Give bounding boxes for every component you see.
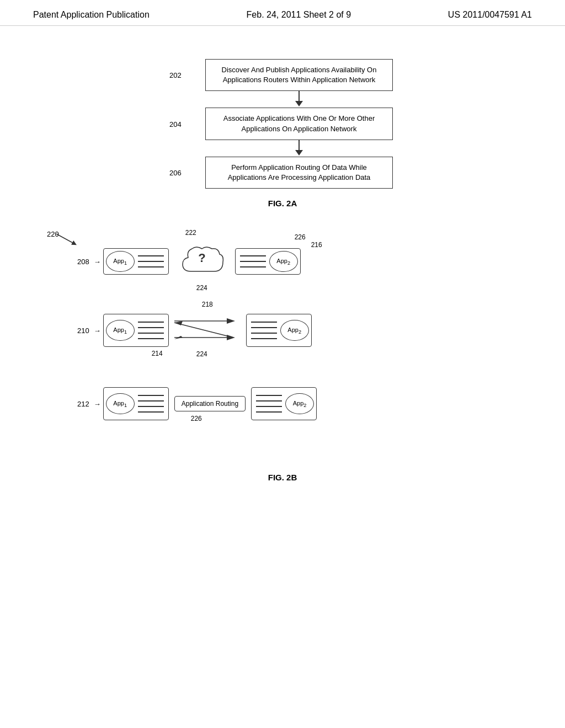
- label-216: 216: [311, 241, 322, 249]
- app1-block-212: App1: [103, 387, 169, 420]
- svg-text:?: ?: [198, 251, 205, 265]
- main-content: 202 Discover And Publish Applications Av…: [0, 26, 565, 504]
- app1-oval-208: App1: [106, 251, 135, 272]
- app2-oval-210: App2: [280, 320, 309, 341]
- flow-step-202: 202 Discover And Publish Applications Av…: [205, 59, 393, 91]
- step-box-206: Perform Application Routing Of Data Whil…: [205, 157, 393, 189]
- flowchart: 202 Discover And Publish Applications Av…: [205, 59, 393, 189]
- app1-block-210: App1 214: [103, 314, 169, 347]
- fig2a-section: 202 Discover And Publish Applications Av…: [44, 59, 521, 208]
- step-label-204: 204: [169, 120, 182, 128]
- header-left: Patent Application Publication: [33, 10, 150, 20]
- label-214: 214: [152, 350, 163, 357]
- header-right: US 2011/0047591 A1: [448, 10, 532, 20]
- routing-box: Application Routing: [174, 396, 246, 411]
- label-224-row2: 224: [196, 350, 207, 358]
- app1-block-208: App1: [103, 248, 169, 275]
- label-218: 218: [202, 301, 213, 308]
- flow-step-204: 204 Associate Applications With One Or M…: [205, 108, 393, 140]
- svg-marker-5: [227, 335, 235, 340]
- cloud-svg-208: ?: [180, 241, 224, 280]
- fig2b-caption: FIG. 2B: [44, 473, 521, 482]
- step-box-202: Discover And Publish Applications Availa…: [205, 59, 393, 91]
- label-222: 222: [185, 229, 196, 237]
- label-226-row3: 226: [191, 415, 202, 422]
- routing-container: Application Routing 226: [174, 396, 246, 411]
- label-224-row1: 224: [196, 284, 207, 292]
- arrow-2: [295, 140, 303, 157]
- label-226-row1: 226: [295, 233, 306, 241]
- step-label-206: 206: [169, 168, 182, 176]
- header-center: Feb. 24, 2011 Sheet 2 of 9: [247, 10, 351, 20]
- step-label-202: 202: [169, 71, 182, 79]
- app2-block-208: App2 226 216: [235, 248, 301, 275]
- svg-marker-3: [227, 318, 235, 324]
- svg-line-6: [174, 323, 227, 336]
- label-212: 212: [77, 400, 89, 408]
- app2-oval-208: App2: [269, 251, 298, 272]
- crossing-arrows: 218 224: [174, 313, 241, 348]
- fig2b-section: 220 208 → App1: [44, 224, 521, 482]
- row-208: 208 → App1 222: [77, 241, 301, 282]
- page-header: Patent Application Publication Feb. 24, …: [0, 0, 565, 26]
- cross-arrows-svg: [174, 313, 241, 346]
- diagram-area: 208 → App1 222: [77, 224, 521, 456]
- app1-oval-210: App1: [106, 320, 135, 341]
- app1-oval-212: App1: [106, 393, 135, 414]
- label-208: 208: [77, 258, 89, 266]
- label-210: 210: [77, 326, 89, 335]
- app2-block-210: App2: [246, 314, 312, 347]
- step-box-204: Associate Applications With One Or More …: [205, 108, 393, 140]
- fig2a-caption: FIG. 2A: [268, 199, 297, 208]
- app2-oval-212: App2: [285, 393, 314, 414]
- row-210: 210 → App1 214 21: [77, 313, 312, 348]
- row-212: 212 → App1 Application Rout: [77, 387, 317, 420]
- arrow-1: [295, 91, 303, 108]
- app2-block-212: App2: [251, 387, 317, 420]
- svg-line-0: [56, 234, 74, 244]
- flow-step-206: 206 Perform Application Routing Of Data …: [205, 157, 393, 189]
